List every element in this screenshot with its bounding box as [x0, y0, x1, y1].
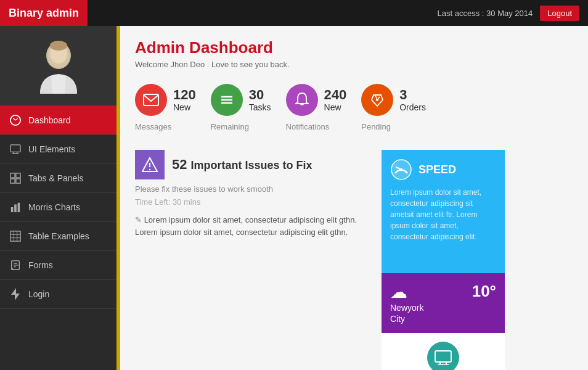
header-right: Last access : 30 May 2014 Logout: [438, 6, 579, 21]
chart-icon: [9, 200, 22, 214]
brand-logo: Binary admin: [0, 0, 88, 26]
stat-orders: 3 Orders Pending: [361, 84, 426, 131]
issues-header: 52 Important Issues to Fix: [135, 150, 369, 179]
svg-rect-5: [10, 145, 20, 152]
svg-rect-12: [16, 179, 20, 183]
sidebar-item-dashboard[interactable]: Dashboard: [0, 106, 116, 135]
svg-point-38: [400, 168, 402, 171]
stat-tasks: 30 Tasks Remaining: [211, 84, 271, 131]
tasks-icon-circle: [211, 84, 243, 116]
notifications-icon-circle: [286, 84, 318, 116]
header: Binary admin Last access : 30 May 2014 L…: [0, 0, 588, 26]
monitor-icon: [9, 142, 22, 156]
tasks-label: Remaining: [211, 122, 249, 131]
sidebar-item-tabs[interactable]: Tabs & Panels: [0, 164, 116, 193]
svg-point-3: [50, 41, 67, 51]
svg-marker-26: [11, 288, 20, 300]
tabs-icon: [9, 171, 22, 185]
svg-rect-39: [435, 351, 451, 362]
messages-label: Messages: [135, 122, 171, 131]
bottom-row: 52 Important Issues to Fix Please fix th…: [135, 150, 573, 370]
weather-widget: ☁ NewyorkCity 10°: [382, 273, 505, 333]
widgets-col: SPEED Lorem ipsum dolor sit amet, consec…: [382, 150, 505, 370]
stats-row: 120 New Messages 30 Tasks Remai: [135, 84, 573, 131]
issues-count: 52: [172, 157, 187, 173]
svg-point-32: [376, 99, 378, 101]
messages-sublabel: New: [173, 102, 196, 112]
issues-title: Important Issues to Fix: [190, 159, 312, 172]
issues-time: Time Left: 30 mins: [135, 197, 369, 207]
welcome-message: Welcome Jhon Deo . Love to see you back.: [135, 60, 573, 69]
svg-rect-9: [10, 173, 15, 178]
sidebar-item-forms[interactable]: Forms: [0, 251, 116, 280]
issues-panel: 52 Important Issues to Fix Please fix th…: [135, 150, 369, 370]
avatar-area: [0, 26, 116, 106]
messages-numbers: 120 New: [173, 88, 196, 112]
sidebar-item-login-label: Login: [28, 289, 49, 299]
svg-rect-13: [11, 207, 14, 212]
sidebar-item-ui-label: UI Elements: [28, 144, 75, 154]
display-monitor-icon: [427, 342, 459, 370]
orders-icon-circle: [361, 84, 393, 116]
notifications-sublabel: New: [324, 102, 347, 112]
sidebar-item-login[interactable]: Login: [0, 280, 116, 309]
sidebar-item-tabs-label: Tabs & Panels: [28, 173, 84, 183]
layout: Dashboard UI Elements Tabs & Panels Morr…: [0, 26, 588, 370]
orders-count: 3: [399, 88, 426, 102]
weather-city-group: ☁ NewyorkCity: [390, 282, 423, 324]
lightning-icon: [9, 287, 22, 301]
svg-rect-15: [18, 203, 20, 212]
cloud-icon: ☁: [390, 282, 423, 302]
svg-rect-11: [10, 179, 15, 183]
issues-title-group: 52 Important Issues to Fix: [172, 157, 312, 173]
svg-rect-14: [14, 205, 17, 213]
weather-city: NewyorkCity: [390, 302, 423, 324]
sidebar-item-dashboard-label: Dashboard: [28, 115, 71, 125]
speed-title: SPEED: [419, 163, 456, 176]
sidebar-item-table[interactable]: Table Examples: [0, 222, 116, 251]
issues-warning-icon: [135, 150, 165, 179]
stat-messages: 120 New Messages: [135, 84, 196, 131]
speed-text: Lorem ipsum dolor sit amet, consectetur …: [390, 187, 496, 242]
speed-widget: SPEED Lorem ipsum dolor sit amet, consec…: [382, 150, 505, 273]
orders-sublabel: Orders: [399, 102, 426, 112]
sidebar: Dashboard UI Elements Tabs & Panels Morr…: [0, 26, 118, 370]
notifications-count: 240: [324, 88, 347, 102]
notifications-numbers: 240 New: [324, 88, 347, 112]
main-content: Admin Dashboard Welcome Jhon Deo . Love …: [118, 26, 588, 370]
weather-temp: 10°: [472, 282, 496, 301]
table-icon: [9, 229, 22, 243]
tasks-count: 30: [249, 88, 271, 102]
weather-top: ☁ NewyorkCity 10°: [390, 282, 496, 324]
forms-icon: [9, 258, 22, 272]
logout-button[interactable]: Logout: [540, 6, 579, 21]
notifications-label: Notifications: [286, 122, 330, 131]
avatar: [34, 38, 83, 94]
stat-notifications: 240 New Notifications: [286, 84, 347, 131]
last-access: Last access : 30 May 2014: [438, 9, 533, 18]
sidebar-item-charts[interactable]: Morris Charts: [0, 193, 116, 222]
svg-rect-16: [10, 231, 20, 241]
orders-numbers: 3 Orders: [399, 88, 426, 112]
display-widget: Display Looking Good: [382, 333, 505, 370]
tasks-numbers: 30 Tasks: [249, 88, 271, 112]
sidebar-item-charts-label: Morris Charts: [28, 202, 80, 212]
svg-rect-10: [16, 173, 20, 178]
page-title: Admin Dashboard: [135, 38, 573, 57]
issues-subtitle: Please fix these issues to work smooth: [135, 184, 369, 194]
messages-icon-circle: [135, 84, 167, 116]
svg-point-35: [149, 169, 150, 170]
sidebar-item-forms-label: Forms: [28, 260, 53, 270]
tasks-sublabel: Tasks: [249, 102, 271, 112]
speed-header: SPEED: [390, 158, 496, 181]
orders-label: Pending: [361, 122, 391, 131]
issues-text: ✎ Lorem ipsum dolor sit amet, consectetu…: [135, 214, 369, 238]
sidebar-item-table-label: Table Examples: [28, 231, 89, 241]
speed-gauge-icon: [390, 158, 412, 181]
messages-count: 120: [173, 88, 196, 102]
dashboard-icon: [9, 113, 22, 127]
sidebar-item-ui[interactable]: UI Elements: [0, 135, 116, 164]
